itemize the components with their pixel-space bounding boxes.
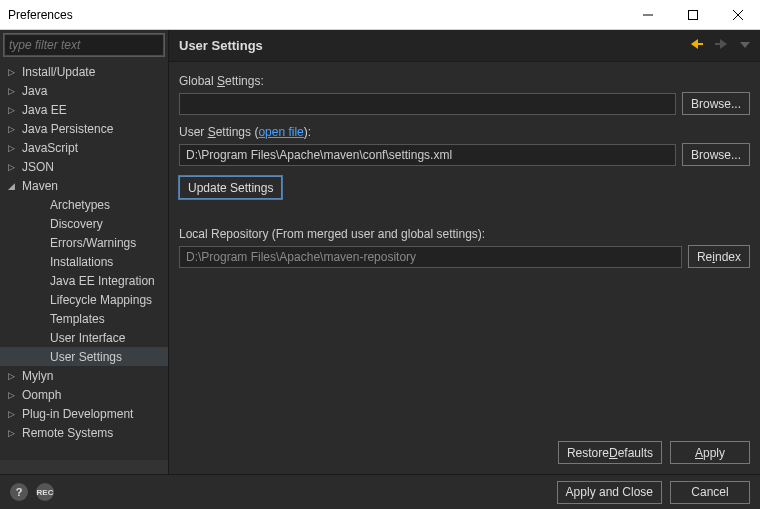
tree-item-maven[interactable]: ◢Maven bbox=[0, 176, 168, 195]
tree-item-mylyn[interactable]: ▷Mylyn bbox=[0, 366, 168, 385]
apply-button[interactable]: Apply bbox=[670, 441, 750, 464]
rec-icon[interactable]: REC bbox=[36, 483, 54, 501]
tree-item-java-persistence[interactable]: ▷Java Persistence bbox=[0, 119, 168, 138]
chevron-right-icon[interactable]: ▷ bbox=[4, 67, 18, 77]
tree-item-install-update[interactable]: ▷Install/Update bbox=[0, 62, 168, 81]
minimize-button[interactable] bbox=[625, 1, 670, 29]
maximize-button[interactable] bbox=[670, 1, 715, 29]
tree-item-lifecycle-mappings[interactable]: Lifecycle Mappings bbox=[0, 290, 168, 309]
tree-item-label: Oomph bbox=[18, 388, 61, 402]
apply-and-close-button[interactable]: Apply and Close bbox=[557, 481, 662, 504]
chevron-right-icon[interactable]: ▷ bbox=[4, 143, 18, 153]
window-controls bbox=[625, 1, 760, 29]
tree-item-label: Remote Systems bbox=[18, 426, 113, 440]
user-settings-input[interactable] bbox=[179, 144, 676, 166]
chevron-right-icon[interactable]: ▷ bbox=[4, 390, 18, 400]
tree-item-java-ee-integration[interactable]: Java EE Integration bbox=[0, 271, 168, 290]
back-arrow-icon[interactable] bbox=[688, 37, 704, 54]
tree-item-label: Installations bbox=[36, 255, 113, 269]
global-settings-label: Global Settings: bbox=[179, 74, 750, 88]
sidebar: ▷Install/Update▷Java▷Java EE▷Java Persis… bbox=[0, 30, 168, 474]
tree-item-label: Mylyn bbox=[18, 369, 53, 383]
tree-item-oomph[interactable]: ▷Oomph bbox=[0, 385, 168, 404]
chevron-right-icon[interactable]: ▷ bbox=[4, 409, 18, 419]
tree-item-label: JavaScript bbox=[18, 141, 78, 155]
reindex-button[interactable]: Reindex bbox=[688, 245, 750, 268]
tree-item-label: Lifecycle Mappings bbox=[36, 293, 152, 307]
update-settings-button[interactable]: Update Settings bbox=[179, 176, 282, 199]
content-header: User Settings bbox=[169, 30, 760, 62]
chevron-down-icon[interactable]: ◢ bbox=[4, 181, 18, 191]
content-panel: User Settings Global Settings: Brow bbox=[168, 30, 760, 474]
cancel-button[interactable]: Cancel bbox=[670, 481, 750, 504]
chevron-right-icon[interactable]: ▷ bbox=[4, 124, 18, 134]
tree-item-remote-systems[interactable]: ▷Remote Systems bbox=[0, 423, 168, 442]
tree-item-label: Templates bbox=[36, 312, 105, 326]
tree-item-javascript[interactable]: ▷JavaScript bbox=[0, 138, 168, 157]
forward-arrow-icon[interactable] bbox=[714, 37, 730, 54]
tree-item-label: Java bbox=[18, 84, 47, 98]
help-icon[interactable]: ? bbox=[10, 483, 28, 501]
global-settings-input[interactable] bbox=[179, 93, 676, 115]
chevron-right-icon[interactable]: ▷ bbox=[4, 162, 18, 172]
tree-item-label: Errors/Warnings bbox=[36, 236, 136, 250]
local-repository-input bbox=[179, 246, 682, 268]
local-repository-label: Local Repository (From merged user and g… bbox=[179, 227, 750, 241]
browse-user-button[interactable]: Browse... bbox=[682, 143, 750, 166]
tree-item-label: Plug-in Development bbox=[18, 407, 133, 421]
chevron-right-icon[interactable]: ▷ bbox=[4, 428, 18, 438]
preferences-tree[interactable]: ▷Install/Update▷Java▷Java EE▷Java Persis… bbox=[0, 60, 168, 460]
tree-item-label: User Settings bbox=[36, 350, 122, 364]
svg-rect-1 bbox=[688, 10, 697, 19]
tree-item-label: Archetypes bbox=[36, 198, 110, 212]
titlebar: Preferences bbox=[0, 0, 760, 30]
tree-item-label: Discovery bbox=[36, 217, 103, 231]
tree-item-plug-in-development[interactable]: ▷Plug-in Development bbox=[0, 404, 168, 423]
tree-item-label: User Interface bbox=[36, 331, 125, 345]
tree-item-java[interactable]: ▷Java bbox=[0, 81, 168, 100]
menu-dropdown-icon[interactable] bbox=[740, 39, 750, 53]
tree-item-label: Java EE Integration bbox=[36, 274, 155, 288]
close-button[interactable] bbox=[715, 1, 760, 29]
tree-item-label: Java EE bbox=[18, 103, 67, 117]
main-container: ▷Install/Update▷Java▷Java EE▷Java Persis… bbox=[0, 30, 760, 474]
chevron-right-icon[interactable]: ▷ bbox=[4, 86, 18, 96]
user-settings-label: User Settings (open file): bbox=[179, 125, 750, 139]
chevron-right-icon[interactable]: ▷ bbox=[4, 371, 18, 381]
tree-item-archetypes[interactable]: Archetypes bbox=[0, 195, 168, 214]
tree-h-scrollbar[interactable] bbox=[0, 460, 168, 474]
filter-input[interactable] bbox=[4, 34, 164, 56]
tree-item-label: Maven bbox=[18, 179, 58, 193]
restore-defaults-button[interactable]: Restore Defaults bbox=[558, 441, 662, 464]
tree-item-java-ee[interactable]: ▷Java EE bbox=[0, 100, 168, 119]
tree-item-user-settings[interactable]: User Settings bbox=[0, 347, 168, 366]
tree-item-label: JSON bbox=[18, 160, 54, 174]
open-file-link[interactable]: open file bbox=[258, 125, 303, 139]
tree-item-label: Java Persistence bbox=[18, 122, 113, 136]
tree-item-json[interactable]: ▷JSON bbox=[0, 157, 168, 176]
tree-item-user-interface[interactable]: User Interface bbox=[0, 328, 168, 347]
chevron-right-icon[interactable]: ▷ bbox=[4, 105, 18, 115]
dialog-footer: ? REC Apply and Close Cancel bbox=[0, 474, 760, 509]
tree-item-label: Install/Update bbox=[18, 65, 95, 79]
tree-item-errors-warnings[interactable]: Errors/Warnings bbox=[0, 233, 168, 252]
window-title: Preferences bbox=[0, 8, 625, 22]
browse-global-button[interactable]: Browse... bbox=[682, 92, 750, 115]
tree-item-templates[interactable]: Templates bbox=[0, 309, 168, 328]
tree-item-installations[interactable]: Installations bbox=[0, 252, 168, 271]
settings-form: Global Settings: Browse... User Settings… bbox=[169, 62, 760, 474]
tree-item-discovery[interactable]: Discovery bbox=[0, 214, 168, 233]
page-title: User Settings bbox=[179, 38, 688, 53]
